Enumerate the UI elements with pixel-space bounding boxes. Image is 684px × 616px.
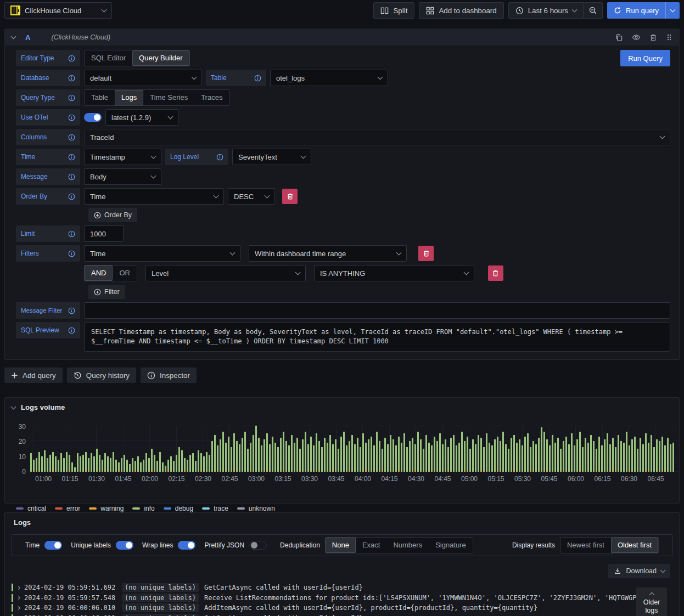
legend-item-unknown[interactable]: unknown [237,505,275,512]
option-none[interactable]: None [326,538,356,553]
message-filter-label: Message Filter [16,302,80,319]
option-traces[interactable]: Traces [194,90,229,105]
info-icon[interactable] [216,154,223,161]
download-button[interactable]: Download [608,564,670,578]
info-icon[interactable] [68,193,75,200]
collapse-query-icon[interactable] [11,34,16,39]
info-icon[interactable] [68,154,75,161]
remove-condition-button[interactable] [488,265,503,281]
log-level-select[interactable]: SeverityText [232,149,311,165]
message-filter-input[interactable] [84,302,670,319]
log-row[interactable]: 2024-02-19 06:00:06.012(no unique labels… [12,613,679,616]
toggle-switch[interactable] [249,541,267,550]
info-icon[interactable] [68,94,75,101]
volume-bar [346,445,347,472]
toggle-switch[interactable] [178,541,195,550]
volume-bar [587,443,589,472]
option-newest-first[interactable]: Newest first [560,538,611,553]
legend-item-warning[interactable]: warning [89,505,124,512]
remove-filter-button[interactable] [418,246,434,261]
info-icon[interactable] [68,307,75,314]
legend-item-critical[interactable]: critical [16,505,46,512]
order-by-column-select[interactable]: Time [84,188,224,205]
volume-bar [351,435,353,472]
option-sql-editor[interactable]: SQL Editor [85,50,132,66]
volume-bar [343,432,345,472]
split-button[interactable]: Split [373,2,414,19]
option-oldest-first[interactable]: Oldest first [611,538,658,553]
add-order-by-button[interactable]: Order By [88,208,137,222]
drag-handle-icon[interactable] [666,33,672,41]
hide-response-eye-icon[interactable] [632,33,641,42]
message-select[interactable]: Body [84,168,161,185]
logs-volume-header[interactable]: Logs volume [5,398,679,411]
info-icon[interactable] [68,114,75,121]
option-and[interactable]: AND [85,265,113,281]
clickhouse-logo-icon [10,5,20,15]
info-icon[interactable] [68,55,75,62]
add-filter-button[interactable]: Filter [88,285,125,299]
add-query-button[interactable]: Add query [4,368,63,383]
toggle-switch[interactable] [44,541,62,550]
option-signature[interactable]: Signature [429,538,473,553]
info-icon[interactable] [68,134,75,141]
log-row[interactable]: 2024-02-19 05:59:57.548(no unique labels… [12,593,679,603]
zoom-out-time-button[interactable] [584,2,603,19]
database-select[interactable]: default [84,70,202,86]
remove-query-trash-icon[interactable] [649,33,657,42]
inspector-button[interactable]: Inspector [141,368,197,383]
volume-bar [85,452,87,472]
logs-volume-plot[interactable] [30,426,680,472]
info-icon[interactable] [68,230,75,238]
info-icon[interactable] [68,250,75,257]
log-row[interactable]: 2024-02-19 05:59:51.692(no unique labels… [12,583,679,593]
option-exact[interactable]: Exact [356,538,387,553]
condition-field-select[interactable]: Level [145,265,306,281]
info-icon[interactable] [68,75,75,82]
remove-order-by-button[interactable] [282,189,298,204]
legend-item-error[interactable]: error [55,505,80,512]
time-column-select[interactable]: Timestamp [84,149,161,165]
run-query-inline-button[interactable]: Run Query [620,50,670,66]
filter-field-select[interactable]: Time [84,245,240,262]
otel-version-select[interactable]: latest (1.2.9) [105,109,178,126]
expand-log-chevron-icon[interactable] [16,596,20,600]
time-range-picker[interactable]: Last 6 hours [508,2,584,19]
legend-item-debug[interactable]: debug [164,505,193,512]
limit-input[interactable] [84,225,124,242]
run-query-dropdown[interactable] [665,2,680,19]
query-history-button[interactable]: Query history [67,368,136,383]
option-time-series[interactable]: Time Series [143,90,194,105]
volume-bar [244,432,246,472]
option-query-builder[interactable]: Query Builder [132,50,189,66]
option-table[interactable]: Table [85,90,115,105]
option-logs[interactable]: Logs [115,90,143,105]
datasource-name: ClickHouse Cloud [25,7,98,15]
volume-bar [327,443,328,472]
option-or[interactable]: OR [113,265,137,281]
log-row[interactable]: 2024-02-19 06:00:06.010(no unique labels… [12,603,679,613]
option-numbers[interactable]: Numbers [386,538,429,553]
order-by-direction-select[interactable]: DESC [228,188,275,205]
legend-item-info[interactable]: info [132,505,154,512]
legend-item-trace[interactable]: trace [202,505,228,512]
log-level-indicator [12,604,13,612]
add-to-dashboard-button[interactable]: Add to dashboard [419,2,503,19]
columns-multiselect[interactable]: TraceId [84,129,670,145]
toggle-switch[interactable] [116,541,133,550]
collapse-section-icon[interactable] [11,404,16,409]
use-otel-switch[interactable] [84,113,102,122]
run-query-button[interactable]: Run query [607,2,665,19]
expand-log-chevron-icon[interactable] [16,606,20,610]
info-icon[interactable] [68,327,75,334]
table-select[interactable]: otel_logs [270,70,388,86]
info-icon[interactable] [68,173,75,180]
info-icon[interactable] [254,75,261,82]
query-row-header[interactable]: A (ClickHouse Cloud) [5,29,679,46]
older-logs-button[interactable]: Older logs [636,587,667,616]
expand-log-chevron-icon[interactable] [16,586,20,590]
datasource-picker[interactable]: ClickHouse Cloud [4,2,112,19]
duplicate-query-icon[interactable] [615,33,623,42]
condition-operator-select[interactable]: IS ANYTHING [314,265,474,281]
filter-operator-select[interactable]: Within dashboard time range [249,245,407,262]
